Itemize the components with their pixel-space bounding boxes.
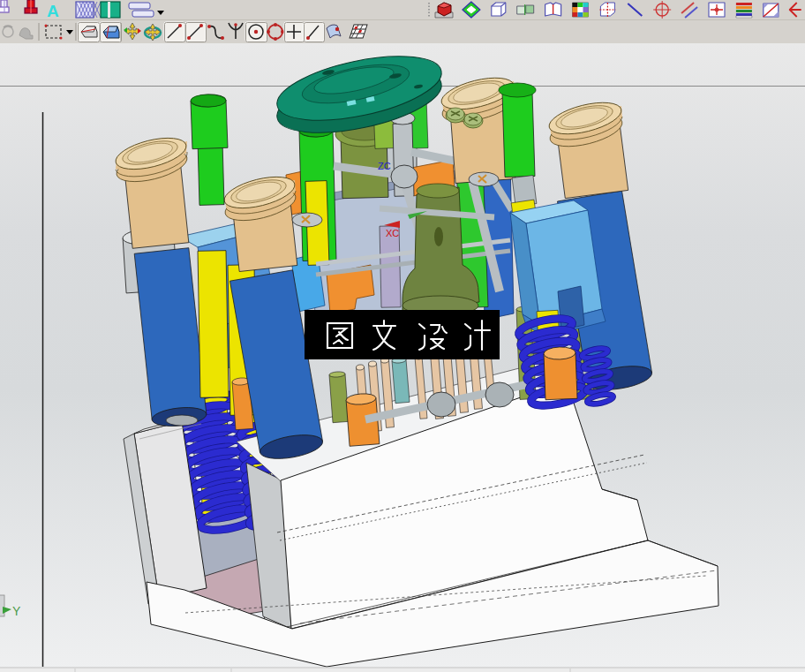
svg-text:XC: XC bbox=[386, 228, 399, 238]
svg-text:A: A bbox=[47, 2, 59, 20]
svg-text:Y: Y bbox=[12, 604, 21, 618]
svg-text:ZC: ZC bbox=[378, 161, 391, 171]
